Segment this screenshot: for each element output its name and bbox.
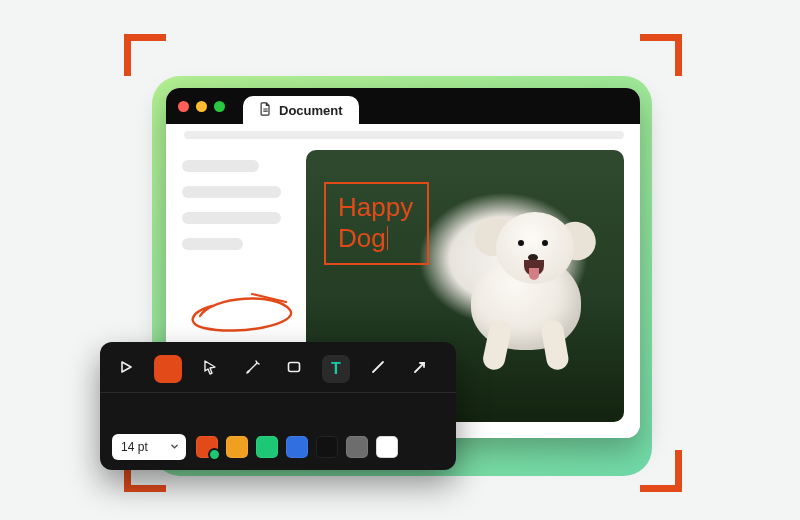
window-titlebar: Document	[166, 88, 640, 124]
text-caret	[387, 226, 389, 250]
svg-rect-0	[289, 363, 300, 372]
minimize-button[interactable]	[196, 101, 207, 112]
color-swatch[interactable]	[316, 436, 338, 458]
tool-row: T	[112, 352, 444, 386]
arrow-icon	[412, 359, 428, 379]
tab-label: Document	[279, 103, 343, 118]
font-size-unit: pt	[138, 440, 148, 454]
play-button[interactable]	[112, 355, 140, 383]
list-item	[182, 238, 243, 250]
annotation-text-line: Happy	[338, 192, 413, 222]
svg-line-1	[373, 362, 383, 372]
close-button[interactable]	[178, 101, 189, 112]
line-icon	[370, 359, 386, 379]
play-icon	[119, 360, 133, 378]
font-size-value: 14	[121, 440, 134, 454]
arrow-tool[interactable]	[406, 355, 434, 383]
annotation-toolbar: T 14 pt	[100, 342, 456, 470]
color-swatch[interactable]	[286, 436, 308, 458]
pointer-icon	[202, 359, 218, 379]
toolbar-divider	[100, 392, 456, 428]
rectangle-icon	[286, 359, 302, 379]
window-controls	[178, 101, 225, 112]
color-swatch[interactable]	[226, 436, 248, 458]
list-item	[182, 186, 281, 198]
text-tool[interactable]: T	[322, 355, 350, 383]
document-icon	[259, 102, 272, 119]
chevron-down-icon	[170, 440, 179, 454]
text-annotation-box[interactable]: Happy Dog	[324, 182, 429, 265]
brush-tool[interactable]	[238, 355, 266, 383]
pointer-tool[interactable]	[196, 355, 224, 383]
capture-corner-top-left	[124, 34, 166, 76]
capture-corner-top-right	[640, 34, 682, 76]
color-swatch[interactable]	[346, 436, 368, 458]
dog-illustration	[426, 200, 616, 370]
svg-line-2	[415, 363, 424, 372]
browser-tab[interactable]: Document	[243, 96, 359, 124]
list-item	[182, 160, 259, 172]
annotation-text-line: Dog	[338, 223, 386, 253]
rectangle-tool[interactable]	[280, 355, 308, 383]
color-swatch-row	[196, 436, 398, 458]
maximize-button[interactable]	[214, 101, 225, 112]
font-size-select[interactable]: 14 pt	[112, 434, 186, 460]
record-button[interactable]	[154, 355, 182, 383]
record-icon	[161, 362, 175, 376]
line-tool[interactable]	[364, 355, 392, 383]
text-icon: T	[331, 360, 341, 378]
style-row: 14 pt	[112, 434, 444, 460]
freehand-circle-annotation	[182, 288, 302, 338]
color-swatch[interactable]	[196, 436, 218, 458]
color-swatch[interactable]	[376, 436, 398, 458]
brush-icon	[244, 359, 260, 379]
color-swatch[interactable]	[256, 436, 278, 458]
list-item	[182, 212, 281, 224]
